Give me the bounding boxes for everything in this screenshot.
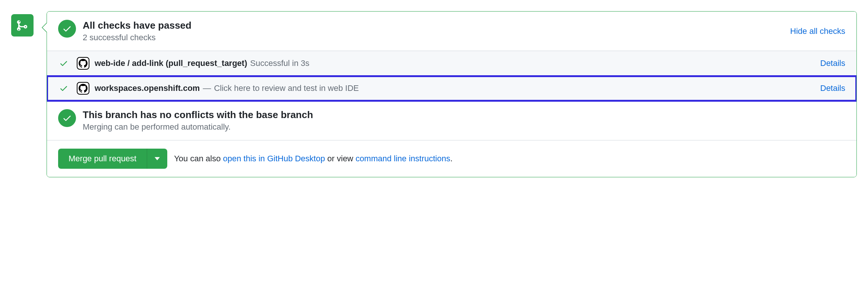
merge-hint-text: You can also open this in GitHub Desktop… <box>174 154 453 164</box>
check-description: Click here to review and test in web IDE <box>214 83 359 93</box>
github-icon <box>79 84 88 93</box>
check-status <box>58 59 69 68</box>
github-icon <box>79 59 88 68</box>
caret-down-icon <box>155 157 160 161</box>
github-app-avatar <box>77 57 89 70</box>
check-details-link[interactable]: Details <box>820 83 845 93</box>
merge-button-group: Merge pull request <box>58 149 167 169</box>
check-name: web-ide / add-link (pull_request_target) <box>95 58 247 68</box>
checks-summary-header: All checks have passed 2 successful chec… <box>47 12 856 51</box>
github-app-avatar <box>77 82 89 95</box>
check-icon <box>59 59 68 68</box>
git-merge-icon <box>16 19 29 32</box>
merge-section: Merge pull request You can also open thi… <box>47 140 856 177</box>
checks-status-circle <box>58 20 76 38</box>
checks-subtitle: 2 successful checks <box>83 33 790 42</box>
panel-arrow <box>42 22 47 33</box>
check-row: web-ide / add-link (pull_request_target)… <box>47 51 856 76</box>
check-name: workspaces.openshift.com <box>95 83 200 93</box>
merge-dropdown-button[interactable] <box>147 149 167 169</box>
check-icon <box>62 113 72 123</box>
merge-hint-middle: or view <box>325 154 355 163</box>
checks-list: web-ide / add-link (pull_request_target)… <box>47 51 856 101</box>
checks-title: All checks have passed <box>83 20 790 31</box>
conflicts-subtitle: Merging can be performed automatically. <box>83 122 845 132</box>
check-separator: — <box>203 83 211 93</box>
merge-status-panel: All checks have passed 2 successful chec… <box>47 11 857 177</box>
check-row: workspaces.openshift.com — Click here to… <box>47 76 856 101</box>
check-details-link[interactable]: Details <box>820 58 845 68</box>
command-line-instructions-link[interactable]: command line instructions <box>355 154 450 163</box>
conflicts-section: This branch has no conflicts with the ba… <box>47 101 856 140</box>
check-icon <box>62 24 72 34</box>
open-github-desktop-link[interactable]: open this in GitHub Desktop <box>223 154 325 163</box>
conflicts-status-circle <box>58 109 76 127</box>
check-description: Successful in 3s <box>250 58 310 68</box>
check-status <box>58 84 69 93</box>
conflicts-title: This branch has no conflicts with the ba… <box>83 109 845 121</box>
check-icon <box>59 84 68 93</box>
git-merge-badge <box>11 14 34 37</box>
merge-pull-request-button[interactable]: Merge pull request <box>58 149 147 169</box>
merge-hint-suffix: . <box>450 154 453 163</box>
hide-all-checks-link[interactable]: Hide all checks <box>790 26 845 36</box>
merge-hint-prefix: You can also <box>174 154 223 163</box>
